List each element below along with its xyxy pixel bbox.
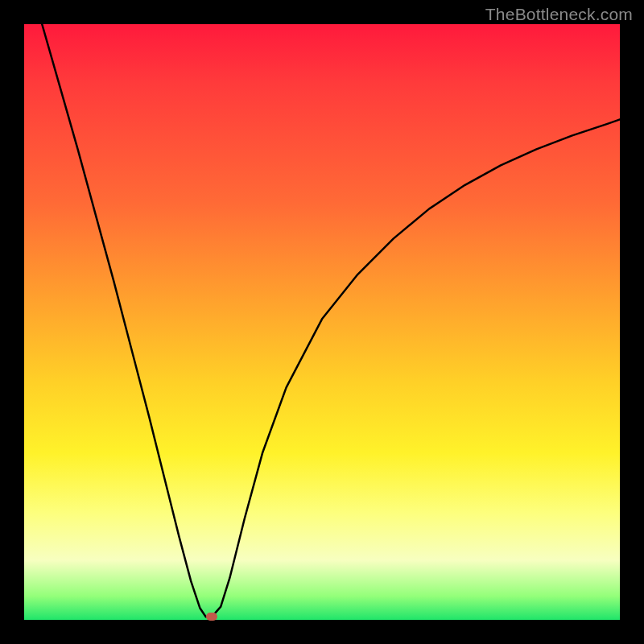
plot-area: [24, 24, 620, 620]
chart-frame: TheBottleneck.com: [0, 0, 644, 644]
optimum-marker: [206, 613, 217, 621]
bottleneck-curve: [24, 24, 620, 620]
watermark-text: TheBottleneck.com: [485, 5, 633, 24]
